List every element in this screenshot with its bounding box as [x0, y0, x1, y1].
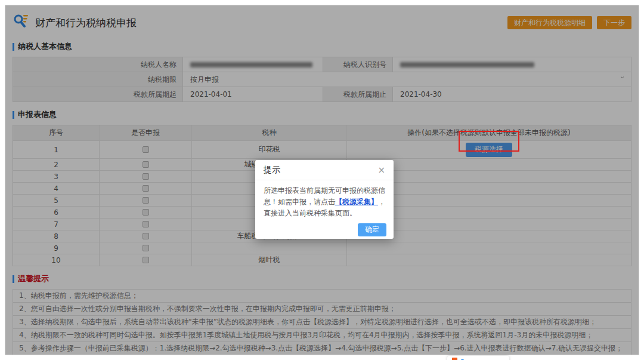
screen: 财产和行为税纳税申报 财产和行为税税源明细 下一步 纳税人基本信息 纳税人名称 … — [0, 0, 644, 360]
close-icon[interactable]: × — [377, 166, 385, 175]
tax-declaration-page: 财产和行为税纳税申报 财产和行为税税源明细 下一步 纳税人基本信息 纳税人名称 … — [5, 5, 639, 355]
dialog-body: 所选申报表当前属期无可申报的税源信息！如需申报，请点击【税源采集】，直接进入当前… — [255, 180, 394, 220]
bottom-floating-toolbar[interactable] — [447, 356, 509, 360]
annotation-highlight-rect — [459, 131, 519, 152]
tax-source-collect-link[interactable]: 【税源采集】 — [335, 198, 378, 206]
dialog-header: 提示 × — [255, 160, 394, 180]
confirm-button[interactable]: 确定 — [358, 223, 386, 236]
orange-logo-icon — [452, 358, 457, 360]
tip-dialog: 提示 × 所选申报表当前属期无可申报的税源信息！如需申报，请点击【税源采集】，直… — [255, 160, 394, 239]
dialog-footer: 确定 — [255, 220, 394, 242]
dialog-title: 提示 — [264, 165, 280, 176]
